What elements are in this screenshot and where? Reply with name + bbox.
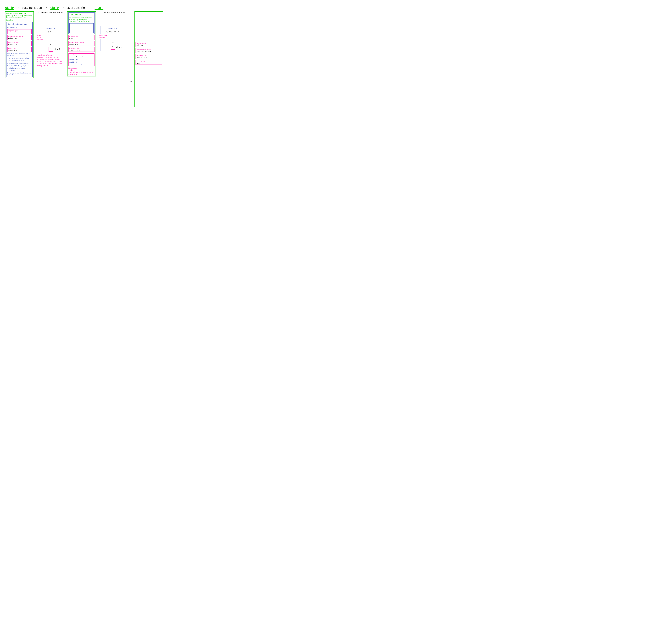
state-object-container-1: state object container e.g. an engine en… xyxy=(6,22,33,77)
engine-output-value: value = 1 xyxy=(136,45,161,47)
metric-output-box: metric output value = 2 xyxy=(135,60,162,65)
output-handler-box: output handler output value = None xyxy=(68,41,95,46)
reference-note-body: provide a reference of a state object (e… xyxy=(37,56,63,67)
dataloader-box: dataloader output value = [1, 2, 3] xyxy=(135,54,162,59)
transition-box-title: transition 2 xyxy=(101,27,124,30)
calc-expression-1: 1 +1 = 2 xyxy=(43,47,61,52)
metric-output-box: metric output value = None → 2 xyxy=(69,53,94,58)
calc-input-value: 1 xyxy=(49,47,53,52)
metric-output-label: metric output xyxy=(136,60,161,62)
title-transition-2: state transition xyxy=(67,6,86,10)
dataloader-label: dataloader output xyxy=(136,54,161,56)
transition-callback-dots: ⋮ xyxy=(69,63,94,66)
soc-title: state object container xyxy=(7,23,32,26)
dataloader-value: value = [1, 2, 3] xyxy=(69,49,94,51)
transition-box-subtitle: e.g. output handler xyxy=(101,31,124,33)
state-column-3: engine output value = 1 output handler o… xyxy=(134,11,163,107)
soc-task-list: model updating → It's an 'Engine'! metri… xyxy=(9,63,32,71)
dataloader-box: dataloader batch value = [1, 2, 3] xyxy=(68,47,95,52)
engine-output-label: engine output xyxy=(69,35,94,38)
main-row: global container holding & providing ALL… xyxy=(5,11,177,107)
output-handler-label: output handler output xyxy=(8,36,31,38)
state-container: State container subcontainers of state f… xyxy=(68,12,95,34)
transition-column-1: a training state value is recalculated t… xyxy=(36,11,66,67)
soc-note-3: + take any additional tasks: xyxy=(7,60,32,62)
state-column-1: global container holding & providing ALL… xyxy=(5,11,34,78)
soc-task-item: model updating → It's an 'Engine'! xyxy=(9,63,32,64)
dataloader-value: value = [1, 2, 3] xyxy=(8,43,31,46)
title-state-3: state xyxy=(95,5,103,10)
output-handler-value: value = None xyxy=(69,43,94,45)
output-handler-label: output handler output xyxy=(136,48,161,50)
metric-output-value: value = None xyxy=(8,49,31,51)
state-object-note-body: + value + callbacks to call next transit… xyxy=(68,69,93,75)
metric-output-with-transitions: metric output value = None → 2 transitio… xyxy=(68,52,95,66)
state-object-note-title: State object: xyxy=(68,67,77,69)
soc-task-item: transitions the state → It's a 'Transiti… xyxy=(9,68,32,71)
state-container-body: subcontainers of state for better user-o… xyxy=(69,17,94,23)
output-handler-value: value = None → 4 ↺ xyxy=(136,50,161,52)
state-container-title: State container xyxy=(69,13,94,16)
title-state-2: state xyxy=(50,5,59,10)
transition-box-title: transition 1 xyxy=(39,27,61,30)
engine-output-box: engine output value = 1 xyxy=(135,42,162,47)
output-handler-label: output handler output xyxy=(69,41,94,43)
arrow-icon: → xyxy=(88,5,93,10)
metric-output-box: metric output value = None xyxy=(7,47,32,52)
transition-column-2: a training state value is recalculated t… xyxy=(98,11,127,51)
engine-output-label: engine output xyxy=(8,30,31,32)
calc-op: +1 = xyxy=(53,48,58,51)
state-subcontainer-empty xyxy=(69,23,94,33)
calc-result: 2 xyxy=(59,48,60,51)
curved-arrow-icon: ↘ xyxy=(111,40,114,44)
state-box-2: State container subcontainers of state f… xyxy=(67,11,96,77)
arrow-icon: → xyxy=(60,5,65,10)
title-transition-1: state transition xyxy=(22,6,42,10)
dataloader-label: dataloader batch xyxy=(69,47,94,49)
transition-box-2: transition 2 e.g. output handler metric … xyxy=(100,26,125,51)
engine-output-box: engine output value = 1 xyxy=(68,35,95,40)
soc-note-2: + hold actual state objects / values xyxy=(7,57,32,59)
arrow-icon: → xyxy=(43,5,48,10)
calc-result: 4 xyxy=(121,46,122,49)
soc-task-item: log a graph → It's a 'Chart'! xyxy=(9,66,32,68)
state-column-2: State container subcontainers of state f… xyxy=(67,11,96,77)
metric-output-label: metric output xyxy=(8,47,31,49)
engine-output-reference-box: engine output reference xyxy=(36,34,47,41)
engine-output-value: value = 1 xyxy=(8,32,31,34)
title-state-1: state xyxy=(5,5,14,10)
state-object-note: State object: + value + callbacks to cal… xyxy=(68,67,95,76)
transition-box-1: transition 1 e.g. metric engine output r… xyxy=(38,26,63,53)
engine-output-box: engine output value = 1 xyxy=(7,29,32,34)
transition-box-subtitle: e.g. metric xyxy=(39,31,61,33)
transition-callback-2: transition 2 ↺ xyxy=(69,59,94,61)
state-object-reference-note: state objects reference: provide a refer… xyxy=(37,54,64,67)
state-box-3: engine output value = 1 output handler o… xyxy=(134,11,163,107)
metric-output-value: value = None → 2 xyxy=(70,56,93,58)
dataloader-box: dataloader batch value = [1, 2, 3] xyxy=(7,41,32,46)
transition-note: a training state value is recalculated xyxy=(100,11,125,13)
metric-output-reference-box: metric output reference xyxy=(98,34,109,39)
calc-expression-2: 2 ×2 = 4 xyxy=(105,45,124,50)
soc-task-item: metric calculation → It's a 'Metric'! xyxy=(9,65,32,66)
transition-note: a training state value is recalculated xyxy=(38,11,62,13)
calc-input-value: 2 xyxy=(111,45,115,50)
transition-callback-3: transition 3 xyxy=(69,61,94,63)
curved-arrow-icon: ↘ xyxy=(49,42,52,46)
state-intro: global container holding & providing ALL… xyxy=(6,12,33,21)
dataloader-value: value = [1, 2, 3] xyxy=(136,56,161,58)
output-handler-box: output handler output value = None → 4 ↺ xyxy=(135,48,162,53)
dataloader-label: dataloader batch xyxy=(8,41,31,43)
reference-note-title: state objects reference: xyxy=(37,54,52,56)
soc-subtitle: e.g. an engine xyxy=(7,26,32,29)
state-box-1: global container holding & providing ALL… xyxy=(5,11,34,78)
soc-note-4: It's the (super) base class for almost a… xyxy=(7,72,32,76)
engine-output-value: value = 1 xyxy=(69,38,94,40)
flow-arrow-icon: → xyxy=(129,79,133,83)
soc-note-1: state object container are sub (sub-) co… xyxy=(7,53,32,56)
engine-output-label: engine output xyxy=(136,43,161,45)
metric-output-value: value = 2 xyxy=(136,62,161,64)
output-handler-value: value = None xyxy=(8,38,31,40)
calc-op: ×2 = xyxy=(116,46,121,49)
arrow-icon: → xyxy=(15,5,20,10)
